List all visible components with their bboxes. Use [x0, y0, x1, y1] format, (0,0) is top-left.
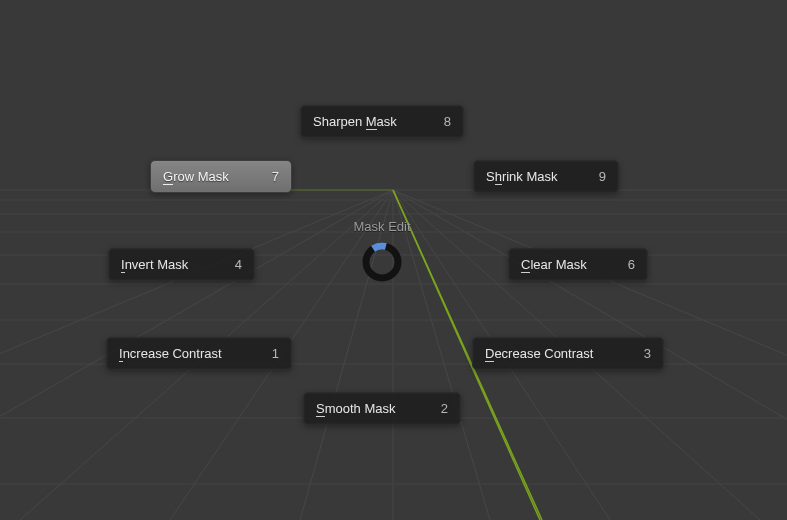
svg-point-68	[366, 246, 398, 278]
pie-item-shortcut: 8	[444, 114, 451, 129]
pie-item-shortcut: 2	[441, 401, 448, 416]
pie-item-shortcut: 6	[628, 257, 635, 272]
pie-item-label: Sharpen Mask	[313, 114, 422, 129]
pie-item-label: Invert Mask	[121, 257, 213, 272]
pie-item-label: Shrink Mask	[486, 169, 577, 184]
pie-item-label: Grow Mask	[163, 169, 250, 184]
pie-item-label: Increase Contrast	[119, 346, 250, 361]
pie-item-shortcut: 9	[599, 169, 606, 184]
pie-item-label: Decrease Contrast	[485, 346, 622, 361]
pie-item-clear-mask[interactable]: Clear Mask6	[508, 248, 648, 281]
pie-item-grow-mask[interactable]: Grow Mask7	[150, 160, 292, 193]
pie-menu-title: Mask Edit	[353, 219, 410, 234]
pie-item-shortcut: 7	[272, 169, 279, 184]
pie-item-invert-mask[interactable]: Invert Mask4	[108, 248, 255, 281]
pie-item-increase-contrast[interactable]: Increase Contrast1	[106, 337, 292, 370]
pie-item-smooth-mask[interactable]: Smooth Mask2	[303, 392, 461, 425]
pie-item-label: Clear Mask	[521, 257, 606, 272]
viewport-3d[interactable]: Mask Edit Grow Mask7Sharpen Mask8Shrink …	[0, 0, 787, 520]
pie-item-sharpen-mask[interactable]: Sharpen Mask8	[300, 105, 464, 138]
pie-item-shortcut: 3	[644, 346, 651, 361]
pie-item-shrink-mask[interactable]: Shrink Mask9	[473, 160, 619, 193]
pie-item-decrease-contrast[interactable]: Decrease Contrast3	[472, 337, 664, 370]
pie-menu-ring-icon	[360, 240, 404, 284]
pie-item-shortcut: 4	[235, 257, 242, 272]
pie-item-shortcut: 1	[272, 346, 279, 361]
pie-item-label: Smooth Mask	[316, 401, 419, 416]
